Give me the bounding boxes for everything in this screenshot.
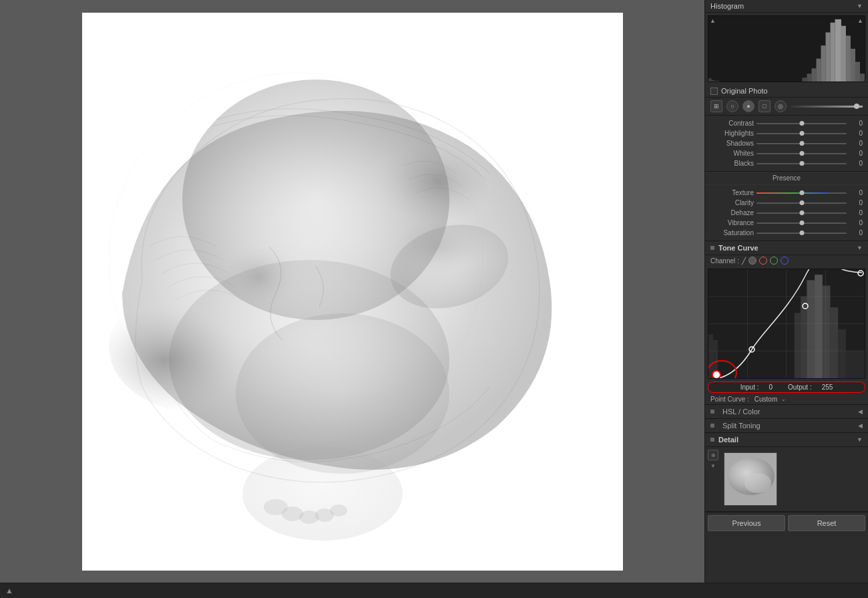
clarity-value: 0 bbox=[849, 199, 863, 206]
sketch-svg bbox=[82, 13, 623, 571]
channel-red-dot[interactable] bbox=[759, 257, 767, 265]
hsl-color-collapse-icon[interactable]: ◀ bbox=[858, 408, 863, 415]
whites-row: Whites 0 bbox=[705, 148, 868, 158]
tone-curve-dot bbox=[710, 246, 714, 250]
vibrance-value: 0 bbox=[849, 219, 863, 227]
svg-rect-47 bbox=[831, 307, 839, 378]
blacks-slider[interactable] bbox=[756, 163, 847, 164]
svg-rect-26 bbox=[831, 23, 835, 82]
highlights-slider[interactable] bbox=[756, 133, 847, 134]
blacks-label: Blacks bbox=[710, 160, 754, 167]
tone-curve-collapse-icon[interactable]: ▼ bbox=[857, 245, 863, 251]
point-curve-dropdown[interactable]: ⌄ bbox=[781, 396, 786, 402]
contrast-value: 0 bbox=[849, 120, 863, 127]
texture-slider[interactable] bbox=[756, 192, 847, 194]
image-area bbox=[0, 0, 704, 583]
original-photo-label: Original Photo bbox=[721, 87, 768, 95]
histogram-corner-left-icon: ▲ bbox=[710, 17, 716, 24]
svg-rect-29 bbox=[846, 35, 851, 82]
brush-size-slider[interactable] bbox=[791, 106, 863, 108]
channel-row: Channel : ╱ bbox=[705, 255, 868, 266]
split-toning-title: Split Toning bbox=[722, 422, 761, 430]
vibrance-slider[interactable] bbox=[756, 222, 847, 224]
footer-panel: Previous Reset bbox=[705, 512, 868, 534]
svg-rect-18 bbox=[712, 80, 715, 82]
original-photo-checkbox[interactable] bbox=[710, 88, 718, 95]
svg-rect-30 bbox=[851, 49, 855, 82]
detail-label: ▼ bbox=[710, 463, 716, 469]
detail-content: ⊕ ▼ bbox=[705, 447, 868, 511]
square-tool-icon[interactable]: □ bbox=[758, 100, 771, 112]
left-arrow-icon[interactable]: ▲ bbox=[5, 586, 13, 595]
point-curve-row: Point Curve : Custom ⌄ bbox=[705, 394, 868, 404]
hsl-color-section[interactable]: HSL / Color ◀ bbox=[705, 405, 868, 419]
svg-rect-49 bbox=[846, 351, 865, 378]
tools-row: ⊞ ○ ● □ ◎ bbox=[705, 98, 868, 116]
split-toning-section[interactable]: Split Toning ◀ bbox=[705, 419, 868, 433]
histogram-collapse-icon[interactable]: ▼ bbox=[857, 3, 863, 9]
vibrance-row: Vibrance 0 bbox=[705, 218, 868, 228]
point-curve-label: Point Curve : bbox=[710, 396, 749, 403]
circle-tool-icon[interactable]: ○ bbox=[726, 100, 738, 112]
svg-rect-21 bbox=[807, 73, 811, 82]
svg-rect-23 bbox=[816, 59, 821, 82]
channel-blue-dot[interactable] bbox=[781, 257, 789, 265]
tone-curve-title: Tone Curve bbox=[718, 244, 857, 252]
svg-point-53 bbox=[712, 371, 720, 378]
shadows-slider[interactable] bbox=[756, 143, 847, 144]
svg-point-15 bbox=[393, 220, 486, 273]
detail-location-icon[interactable]: ⊕ bbox=[711, 452, 716, 458]
svg-rect-31 bbox=[855, 62, 860, 82]
previous-button[interactable]: Previous bbox=[708, 515, 785, 531]
output-label: Output : bbox=[788, 384, 812, 391]
brush-size-thumb bbox=[854, 104, 859, 109]
histogram-section-header[interactable]: Histogram ▼ bbox=[705, 0, 868, 13]
grid-tool-icon[interactable]: ⊞ bbox=[710, 100, 722, 112]
detail-dot bbox=[710, 438, 714, 442]
image-canvas bbox=[82, 13, 623, 571]
clarity-slider[interactable] bbox=[756, 202, 847, 204]
hsl-color-dot bbox=[710, 410, 714, 414]
histogram-canvas: ▲ ▲ bbox=[708, 15, 865, 82]
presence-section: Texture 0 Clarity 0 Dehaze 0 bbox=[705, 185, 868, 241]
svg-rect-24 bbox=[821, 45, 825, 82]
detail-section: Detail ▼ ⊕ ▼ bbox=[705, 433, 868, 512]
whites-slider[interactable] bbox=[756, 153, 847, 154]
svg-rect-19 bbox=[714, 81, 719, 82]
clarity-row: Clarity 0 bbox=[705, 198, 868, 208]
hsl-color-title: HSL / Color bbox=[722, 408, 760, 416]
svg-point-8 bbox=[242, 447, 403, 541]
saturation-value: 0 bbox=[849, 229, 863, 237]
contrast-row: Contrast 0 bbox=[705, 118, 868, 128]
whites-thumb bbox=[799, 151, 804, 156]
channel-label: Channel : bbox=[710, 257, 739, 265]
presence-title: Presence bbox=[773, 174, 801, 182]
right-panel: Histogram ▼ ▲ ▲ bbox=[704, 0, 868, 583]
histogram-title: Histogram bbox=[710, 2, 744, 10]
saturation-slider[interactable] bbox=[756, 233, 847, 234]
contrast-label: Contrast bbox=[710, 120, 754, 127]
svg-rect-25 bbox=[826, 33, 831, 82]
texture-row: Texture 0 bbox=[705, 188, 868, 198]
dehaze-thumb bbox=[799, 210, 804, 215]
shadows-thumb bbox=[799, 141, 804, 146]
texture-drag-thumb bbox=[799, 190, 804, 195]
reset-button[interactable]: Reset bbox=[788, 515, 865, 531]
detail-collapse-icon[interactable]: ▼ bbox=[857, 436, 863, 443]
svg-rect-40 bbox=[708, 335, 713, 378]
channel-green-dot[interactable] bbox=[770, 257, 778, 265]
svg-rect-27 bbox=[835, 19, 841, 82]
filled-circle-tool-icon[interactable]: ● bbox=[742, 100, 754, 112]
shadows-row: Shadows 0 bbox=[705, 138, 868, 148]
svg-point-14 bbox=[222, 247, 296, 307]
dehaze-slider[interactable] bbox=[756, 212, 847, 214]
vibrance-label: Vibrance bbox=[710, 219, 754, 227]
svg-point-57 bbox=[744, 473, 771, 493]
ring-tool-icon[interactable]: ◎ bbox=[775, 100, 787, 112]
contrast-slider[interactable] bbox=[756, 123, 847, 124]
vibrance-thumb bbox=[799, 220, 804, 225]
split-toning-collapse-icon[interactable]: ◀ bbox=[858, 422, 863, 429]
channel-gray-dot[interactable] bbox=[748, 257, 756, 265]
svg-rect-28 bbox=[841, 26, 846, 82]
tone-curve-canvas[interactable] bbox=[708, 269, 865, 379]
